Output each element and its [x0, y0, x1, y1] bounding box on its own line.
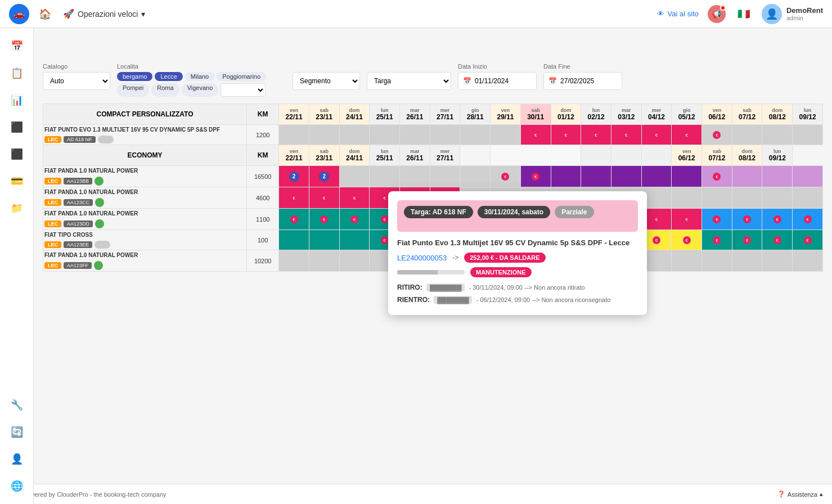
sidebar-item-user[interactable]: 👤 [6, 448, 28, 470]
cal-punto-2911[interactable] [491, 125, 521, 145]
cal-p1-0812[interactable] [762, 166, 793, 187]
localita-select[interactable] [221, 83, 266, 97]
cal-punto-2211[interactable] [279, 125, 309, 145]
cal-p2-0612[interactable] [702, 187, 732, 209]
toggle-tipo[interactable] [95, 241, 110, 249]
cal-p1-3011[interactable]: € [520, 166, 551, 187]
cal-p4-0512[interactable] [672, 250, 702, 272]
cal-punto-0212[interactable]: € [581, 125, 611, 145]
targa-select[interactable]: Targa [367, 72, 451, 90]
assistenza-button[interactable]: ❓ Assistenza ▴ [777, 490, 823, 498]
cal-punto-2711[interactable] [430, 125, 460, 145]
tag-bergamo[interactable]: bergamo [117, 72, 152, 81]
sidebar-item-layers[interactable]: ⬛ [6, 116, 28, 138]
cal-p1-0312[interactable] [611, 166, 641, 187]
sidebar-item-refresh[interactable]: 🔄 [6, 421, 28, 443]
sidebar-item-layers2[interactable]: ⬛ [6, 143, 28, 165]
cal-p1-0512[interactable] [672, 166, 702, 187]
cal-punto-0112[interactable]: € [551, 125, 581, 145]
cal-p1-2711[interactable] [430, 166, 460, 187]
cal-p4-2211[interactable] [279, 250, 309, 272]
cal-p3-2211[interactable]: € [279, 209, 309, 230]
sidebar-item-tools[interactable]: 🔧 [6, 394, 28, 416]
cal-punto-3011[interactable]: € [520, 125, 551, 145]
sidebar-item-chart[interactable]: 📊 [6, 89, 28, 111]
cal-p2-0812[interactable] [762, 187, 793, 209]
cal-p1-2611[interactable] [400, 166, 430, 187]
cal-punto-0412[interactable]: € [641, 125, 672, 145]
popup-contract-id[interactable]: LE2400000053 [397, 254, 447, 262]
cal-p2-2211[interactable]: € [279, 187, 309, 209]
sidebar-item-card[interactable]: 💳 [6, 170, 28, 192]
segmento-select[interactable]: Segmento [293, 72, 360, 90]
cal-t-0712[interactable]: € [732, 230, 762, 250]
cal-p3-0712[interactable]: € [732, 209, 762, 230]
cal-punto-0812[interactable] [762, 125, 793, 145]
cal-t-2211[interactable] [279, 230, 309, 250]
tag-pompei[interactable]: Pompei [117, 83, 149, 97]
cal-punto-0512[interactable]: € [672, 125, 702, 145]
toggle-punto[interactable] [98, 136, 114, 143]
cal-p3-0912[interactable]: € [793, 209, 823, 230]
cal-p2-2411[interactable]: € [339, 187, 370, 209]
language-button[interactable]: 🇮🇹 [735, 5, 753, 23]
popup-box[interactable]: Targa: AD 618 NF 30/11/2024, sabato Parz… [388, 191, 647, 315]
cal-punto-2511[interactable] [370, 125, 400, 145]
cal-p1-2311[interactable]: 2 [309, 166, 339, 187]
cal-p2-0512[interactable] [672, 187, 702, 209]
cal-punto-2411[interactable] [339, 125, 370, 145]
tag-vigevano[interactable]: Vigevano [182, 83, 219, 97]
cal-punto-0312[interactable]: € [611, 125, 641, 145]
cal-p4-0612[interactable] [702, 250, 732, 272]
cal-p4-2311[interactable] [309, 250, 339, 272]
cal-t-0912[interactable]: € [793, 230, 823, 250]
cal-t-0812[interactable]: € [762, 230, 793, 250]
tag-lecce[interactable]: Lecce [155, 72, 182, 81]
cal-t-0612[interactable]: € [702, 230, 732, 250]
cal-p1-2911[interactable]: € [491, 166, 521, 187]
tag-roma[interactable]: Roma [151, 83, 179, 97]
cal-t-2411[interactable] [339, 230, 370, 250]
user-menu-button[interactable]: 👤 DemoRent admin [762, 4, 823, 24]
cal-t-0512[interactable]: € [672, 230, 702, 250]
cal-punto-0912[interactable] [793, 125, 823, 145]
cal-p1-2811[interactable] [460, 166, 491, 187]
tag-milano[interactable]: Milano [185, 72, 214, 81]
cal-punto-0712[interactable] [732, 125, 762, 145]
cal-punto-2311[interactable] [309, 125, 339, 145]
cal-p1-2411[interactable] [339, 166, 370, 187]
cal-p1-0912[interactable] [793, 166, 823, 187]
cal-p1-0212[interactable] [581, 166, 611, 187]
cal-punto-2611[interactable] [400, 125, 430, 145]
cal-p4-0712[interactable] [732, 250, 762, 272]
cal-punto-2811[interactable] [460, 125, 491, 145]
cal-p1-0112[interactable] [551, 166, 581, 187]
cal-p2-0712[interactable] [732, 187, 762, 209]
cal-p1-2511[interactable] [370, 166, 400, 187]
cal-p1-2211[interactable]: 2 [279, 166, 309, 187]
home-button[interactable]: 🏠 [36, 5, 54, 23]
cal-p4-0812[interactable] [762, 250, 793, 272]
cal-p4-0912[interactable] [793, 250, 823, 272]
cal-p3-2311[interactable]: € [309, 209, 339, 230]
data-fine-input[interactable] [560, 77, 617, 85]
cal-p3-0812[interactable]: € [762, 209, 793, 230]
cal-t-2311[interactable] [309, 230, 339, 250]
cal-p2-2311[interactable]: € [309, 187, 339, 209]
cal-p3-0612[interactable]: € [702, 209, 732, 230]
vai-al-sito-button[interactable]: 👁 Vai al sito [657, 10, 699, 18]
cal-p3-2411[interactable]: € [339, 209, 370, 230]
sidebar-item-folder[interactable]: 📁 [6, 197, 28, 219]
cal-p1-0712[interactable] [732, 166, 762, 187]
sidebar-item-calendar[interactable]: 📅 [6, 35, 28, 57]
quick-ops-button[interactable]: 🚀 Operazioni veloci ▾ [63, 8, 145, 19]
tag-poggiomarino[interactable]: Poggiomarino [217, 72, 266, 81]
cal-p1-0612[interactable]: € [702, 166, 732, 187]
cal-punto-0612[interactable]: € [702, 125, 732, 145]
cal-p2-0912[interactable] [793, 187, 823, 209]
data-inizio-input[interactable] [475, 77, 531, 85]
catalogo-select[interactable]: Auto [43, 72, 110, 90]
sidebar-item-globe[interactable]: 🌐 [6, 475, 28, 497]
cal-p4-2411[interactable] [339, 250, 370, 272]
cal-p1-0412[interactable] [641, 166, 672, 187]
